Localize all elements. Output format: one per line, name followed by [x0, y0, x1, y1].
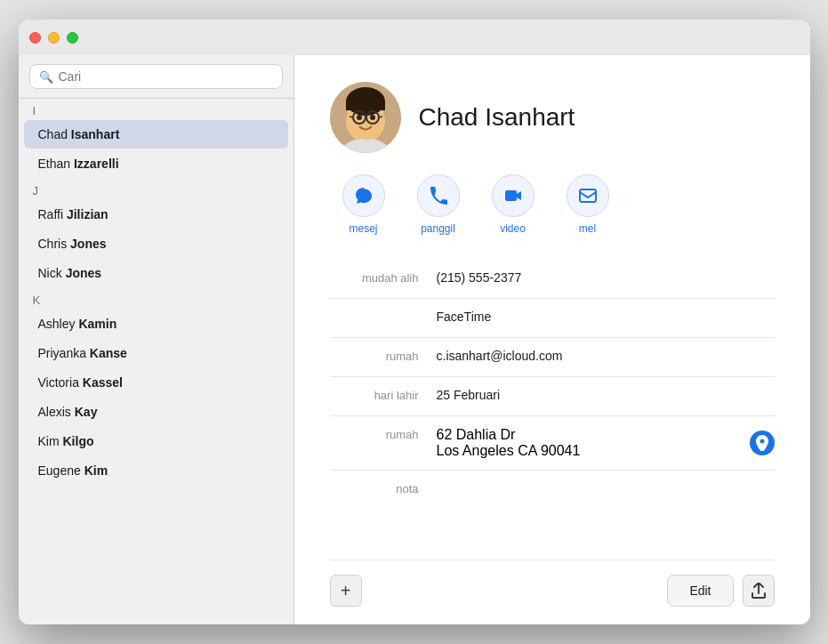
contact-lastname: Jones: [70, 237, 106, 251]
action-video-button[interactable]: video: [486, 174, 540, 235]
contact-lastname: Kassel: [83, 375, 123, 390]
svg-rect-11: [505, 190, 517, 201]
contact-lastname: Jones: [66, 266, 101, 280]
sidebar: 🔍 I Chad Isanhart Ethan Izzarelli J Raff…: [19, 55, 294, 624]
action-buttons: mesej panggil: [330, 174, 775, 235]
address-value-row: 62 Dahlia Dr Los Angeles CA 90041: [437, 427, 775, 459]
panggil-icon: [417, 174, 460, 217]
contact-item-victoria-kassel[interactable]: Victoria Kassel: [24, 368, 288, 397]
search-wrapper: 🔍: [29, 64, 283, 89]
contact-header: Chad Isanhart: [330, 82, 775, 153]
video-label: video: [500, 222, 526, 235]
address-line2[interactable]: Los Angeles CA 90041: [437, 443, 581, 459]
facetime-row: FaceTime: [330, 299, 775, 338]
phone-label: mudah alih: [330, 270, 437, 285]
contact-lastname: Kim: [84, 463, 108, 478]
contact-lastname: Kamin: [78, 317, 117, 331]
email-value[interactable]: c.isanhart@icloud.com: [437, 349, 775, 363]
svg-line-6: [350, 117, 353, 117]
birthday-label: hari lahir: [330, 388, 437, 402]
contact-item-nick-jones[interactable]: Nick Jones: [24, 259, 288, 287]
contact-lastname: Izzarelli: [74, 157, 119, 171]
contact-lastname: Kilgo: [63, 434, 94, 448]
contact-list: I Chad Isanhart Ethan Izzarelli J Raffi …: [19, 99, 293, 624]
svg-rect-3: [346, 101, 385, 110]
contact-item-alexis-kay[interactable]: Alexis Kay: [24, 398, 288, 426]
contact-item-priyanka-kanse[interactable]: Priyanka Kanse: [24, 339, 288, 367]
add-contact-button[interactable]: +: [330, 575, 362, 607]
avatar: [330, 82, 401, 153]
video-icon: [492, 174, 535, 217]
contact-lastname: Kay: [75, 405, 98, 419]
bottom-right-buttons: Edit: [667, 575, 774, 607]
titlebar: [19, 20, 810, 55]
note-row: nota: [330, 471, 775, 510]
map-pin-icon[interactable]: [750, 431, 775, 455]
contact-lastname: Kanse: [90, 346, 127, 360]
svg-point-9: [357, 115, 362, 120]
address-line1[interactable]: 62 Dahlia Dr: [437, 427, 581, 443]
svg-point-10: [370, 115, 375, 120]
contact-item-ethan-izzarelli[interactable]: Ethan Izzarelli: [24, 149, 288, 178]
contact-item-kim-kilgo[interactable]: Kim Kilgo: [24, 427, 288, 455]
svg-line-8: [379, 117, 382, 117]
detail-panel: Chad Isanhart mesej: [294, 55, 810, 624]
mesej-icon: [342, 174, 385, 217]
contact-lastname: Jilizian: [67, 207, 109, 221]
maximize-button[interactable]: [67, 32, 78, 44]
contact-name: Chad Isanhart: [419, 103, 575, 132]
contact-lastname: Isanhart: [71, 127, 119, 141]
minimize-button[interactable]: [48, 32, 60, 44]
bottom-bar: + Edit: [330, 559, 775, 607]
facetime-label: [330, 310, 437, 310]
mel-label: mel: [579, 222, 596, 235]
search-icon: 🔍: [39, 70, 53, 84]
panggil-label: panggil: [421, 222, 455, 235]
svg-rect-12: [580, 189, 596, 202]
edit-button[interactable]: Edit: [667, 575, 733, 607]
contact-item-ashley-kamin[interactable]: Ashley Kamin: [24, 310, 288, 338]
phone-value[interactable]: (215) 555-2377: [437, 270, 775, 285]
email-label: rumah: [330, 349, 437, 363]
contact-item-raffi-jilizian[interactable]: Raffi Jilizian: [24, 200, 288, 229]
close-button[interactable]: [29, 32, 41, 44]
section-header-I: I: [19, 99, 293, 119]
share-button[interactable]: [743, 575, 775, 607]
contact-item-chad-isanhart[interactable]: Chad Isanhart: [24, 120, 288, 149]
address-row: rumah 62 Dahlia Dr Los Angeles CA 90041: [330, 416, 775, 471]
email-row: rumah c.isanhart@icloud.com: [330, 338, 775, 377]
address-label: rumah: [330, 427, 437, 441]
search-bar: 🔍: [19, 55, 293, 99]
mel-icon: [567, 174, 609, 217]
search-input[interactable]: [59, 69, 273, 84]
section-header-K: K: [19, 288, 293, 309]
info-section: mudah alih (215) 555-2377 FaceTime rumah…: [330, 260, 775, 552]
phone-row: mudah alih (215) 555-2377: [330, 260, 775, 299]
birthday-value: 25 Februari: [437, 388, 775, 402]
mesej-label: mesej: [349, 222, 377, 235]
action-mesej-button[interactable]: mesej: [337, 174, 390, 235]
action-panggil-button[interactable]: panggil: [412, 174, 465, 235]
contact-item-eugene-kim[interactable]: Eugene Kim: [24, 456, 288, 485]
action-mel-button[interactable]: mel: [561, 174, 615, 235]
main-content: 🔍 I Chad Isanhart Ethan Izzarelli J Raff…: [19, 55, 810, 624]
note-label: nota: [330, 481, 437, 495]
address-block: 62 Dahlia Dr Los Angeles CA 90041: [437, 427, 581, 459]
contact-item-chris-jones[interactable]: Chris Jones: [24, 229, 288, 258]
birthday-row: hari lahir 25 Februari: [330, 377, 775, 416]
facetime-value[interactable]: FaceTime: [437, 310, 775, 324]
section-header-J: J: [19, 179, 293, 199]
contacts-window: 🔍 I Chad Isanhart Ethan Izzarelli J Raff…: [19, 20, 810, 624]
